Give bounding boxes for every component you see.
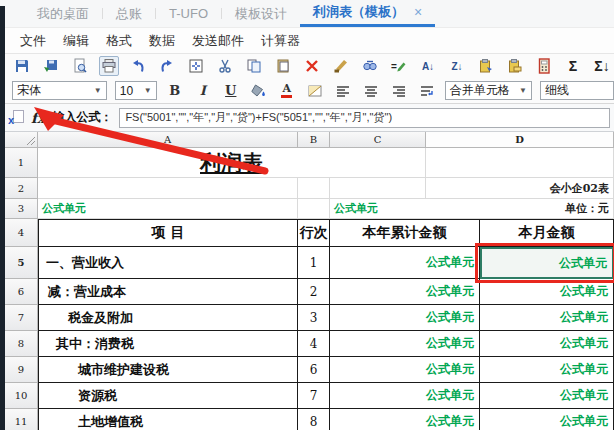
report-code-cell[interactable]: 会小企02表 — [426, 178, 614, 199]
header-ytd-amount[interactable]: 本年累计金额 — [330, 219, 480, 247]
row-header-7[interactable]: 7 — [5, 305, 38, 331]
row-header-1[interactable]: 1 — [5, 148, 38, 178]
line-no-cell[interactable]: 4 — [298, 331, 330, 357]
row-header-2[interactable]: 2 — [5, 178, 38, 199]
menu-data[interactable]: 数据 — [149, 32, 175, 50]
fx-icon[interactable]: fx — [31, 110, 45, 126]
save-as-icon[interactable] — [41, 56, 61, 76]
ytd-formula-cell[interactable]: 公式单元 — [330, 279, 480, 305]
unit-label-cell[interactable]: 单位：元 — [426, 199, 614, 219]
cell-a2[interactable] — [38, 178, 298, 199]
header-item[interactable]: 项 目 — [38, 219, 298, 247]
align-center-icon[interactable] — [361, 81, 381, 101]
item-cell[interactable]: 一、营业收入 — [38, 247, 298, 279]
italic-button[interactable]: I — [193, 81, 213, 101]
ytd-formula-cell[interactable]: 公式单元 — [330, 331, 480, 357]
row-header-10[interactable]: 10 — [5, 383, 38, 409]
column-header-c[interactable]: C — [330, 132, 426, 148]
row-header-9[interactable]: 9 — [5, 357, 38, 383]
fill-color-icon[interactable] — [249, 81, 269, 101]
formula-unit-cell-a3[interactable]: 公式单元 — [38, 199, 298, 219]
find-icon[interactable] — [360, 56, 380, 76]
print-icon[interactable] — [99, 56, 119, 76]
ytd-formula-cell[interactable]: 公式单元 — [330, 305, 480, 331]
line-style-select[interactable]: 细线 — [540, 81, 614, 100]
column-header-b[interactable]: B — [298, 132, 330, 148]
row-header-6[interactable]: 6 — [5, 279, 38, 305]
line-no-cell[interactable]: 2 — [298, 279, 330, 305]
column-header-d[interactable]: D — [426, 132, 614, 148]
redo-icon[interactable] — [157, 56, 177, 76]
tab-template-design[interactable]: 模板设计 — [222, 0, 300, 27]
calculator-icon[interactable] — [534, 56, 554, 76]
row-header-3[interactable]: 3 — [5, 199, 38, 219]
sheet-title-cell[interactable]: 利润表 — [38, 148, 426, 178]
fit-icon[interactable] — [186, 56, 206, 76]
item-cell[interactable]: 土地增值税 — [38, 409, 298, 430]
row-header-11[interactable]: 11 — [5, 409, 38, 430]
cancel-formula-icon[interactable]: x — [8, 110, 24, 126]
month-formula-cell[interactable]: 公式单元 — [480, 409, 614, 430]
row-header-5[interactable]: 5 — [5, 247, 38, 279]
cell-d1[interactable] — [426, 148, 614, 178]
save-icon[interactable] — [12, 56, 32, 76]
ytd-formula-cell[interactable]: 公式单元 — [330, 409, 480, 430]
tab-close-icon[interactable]: × — [414, 4, 422, 20]
menu-edit[interactable]: 编辑 — [63, 32, 89, 50]
font-size-select[interactable]: 10 ▼ — [115, 81, 157, 100]
cut-icon[interactable] — [215, 56, 235, 76]
formula-unit-cell-c3[interactable]: 公式单元 — [330, 199, 426, 219]
paste-special2-icon[interactable] — [505, 56, 525, 76]
sum-list-icon[interactable]: Σ↓ — [592, 56, 612, 76]
formula-input[interactable] — [119, 108, 610, 128]
column-header-a[interactable]: A — [38, 132, 298, 148]
month-formula-cell[interactable]: 公式单元 — [480, 305, 614, 331]
bold-button[interactable]: B — [165, 81, 185, 101]
sort-asc-icon[interactable]: A↓ — [418, 56, 438, 76]
item-cell[interactable]: 资源税 — [38, 383, 298, 409]
menu-format[interactable]: 格式 — [106, 32, 132, 50]
cell-b3[interactable] — [298, 199, 330, 219]
copy-icon[interactable] — [244, 56, 264, 76]
item-cell[interactable]: 其中：消费税 — [38, 331, 298, 357]
line-no-cell[interactable]: 3 — [298, 305, 330, 331]
sort-desc-icon[interactable]: Z↓ — [447, 56, 467, 76]
ytd-formula-cell[interactable]: 公式单元 — [330, 357, 480, 383]
cell-b2[interactable] — [298, 178, 330, 199]
tab-profit-statement-template[interactable]: 利润表（模板） × — [300, 0, 435, 27]
tab-t-ufo[interactable]: T-UFO — [156, 0, 221, 27]
cell-c2[interactable] — [330, 178, 426, 199]
tab-general-ledger[interactable]: 总账 — [103, 0, 155, 27]
row-header-4[interactable]: 4 — [5, 219, 38, 247]
ytd-formula-cell[interactable]: 公式单元 — [330, 383, 480, 409]
format-painter-icon[interactable] — [331, 56, 351, 76]
paste-icon[interactable] — [273, 56, 293, 76]
font-color-button[interactable]: A — [277, 81, 297, 101]
row-header-8[interactable]: 8 — [5, 331, 38, 357]
delete-icon[interactable] — [302, 56, 322, 76]
item-cell[interactable]: 减：营业成本 — [38, 279, 298, 305]
line-no-cell[interactable]: 1 — [298, 247, 330, 279]
month-formula-cell[interactable]: 公式单元 — [480, 331, 614, 357]
formula-edit-icon[interactable]: = — [389, 56, 409, 76]
tab-my-desktop[interactable]: 我的桌面 — [24, 0, 102, 27]
menu-calculator[interactable]: 计算器 — [261, 32, 300, 50]
menu-file[interactable]: 文件 — [20, 32, 46, 50]
merge-cells-select[interactable]: 合并单元格 ▼ — [445, 81, 532, 100]
month-formula-cell[interactable]: 公式单元 — [480, 279, 614, 305]
line-no-cell[interactable]: 7 — [298, 383, 330, 409]
align-right-icon[interactable] — [389, 81, 409, 101]
font-name-select[interactable]: 宋体 ▼ — [12, 81, 107, 100]
wrap-text-icon[interactable] — [417, 81, 437, 101]
month-formula-cell[interactable]: 公式单元 — [480, 383, 614, 409]
diagonal-border-icon[interactable] — [305, 81, 325, 101]
sum-icon[interactable]: Σ — [563, 56, 583, 76]
line-no-cell[interactable]: 8 — [298, 409, 330, 430]
selected-month-formula-cell[interactable]: 公式单元 — [480, 247, 614, 279]
print-preview-icon[interactable] — [70, 56, 90, 76]
header-line-no[interactable]: 行次 — [298, 219, 330, 247]
item-cell[interactable]: 税金及附加 — [38, 305, 298, 331]
underline-button[interactable]: U — [221, 81, 241, 101]
ytd-formula-cell[interactable]: 公式单元 — [330, 247, 480, 279]
item-cell[interactable]: 城市维护建设税 — [38, 357, 298, 383]
